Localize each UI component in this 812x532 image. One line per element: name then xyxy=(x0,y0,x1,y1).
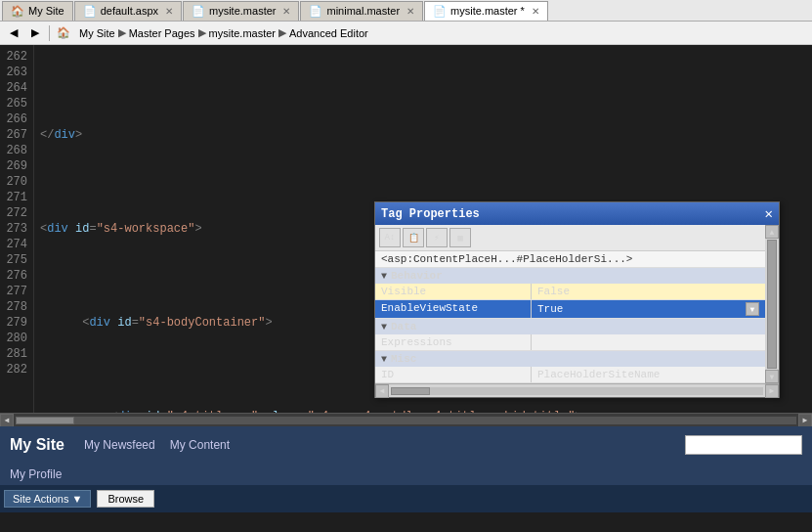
expressions-prop-value xyxy=(532,334,765,350)
tab-close-icon[interactable]: ✕ xyxy=(165,6,173,17)
site-actions-arrow-icon: ▼ xyxy=(71,493,82,505)
site-name: My Site xyxy=(10,436,64,454)
breadcrumb-item[interactable]: Advanced Editor xyxy=(289,27,368,39)
collapse-icon[interactable]: ▼ xyxy=(381,354,387,365)
tab-minimal-master[interactable]: 📄 minimal.master ✕ xyxy=(300,1,423,21)
misc-label: Misc xyxy=(391,353,416,365)
breadcrumb-item[interactable]: Master Pages xyxy=(129,27,195,39)
sharepoint-bar: My Site My Newsfeed My Content My Profil… xyxy=(0,426,812,512)
separator xyxy=(49,25,50,41)
h-scroll-thumb[interactable] xyxy=(391,387,430,395)
dialog-close-button[interactable]: ✕ xyxy=(765,205,773,222)
dialog-vertical-scrollbar[interactable]: ▲ ▼ xyxy=(765,225,779,383)
element-path: <asp:ContentPlaceH...#PlaceHolderSi...> xyxy=(375,251,779,268)
file-icon: 📄 xyxy=(192,5,205,18)
sort-alpha-button[interactable]: A↕ xyxy=(379,228,401,247)
behavior-section-header[interactable]: ▼ Behavior xyxy=(375,268,765,284)
scroll-left-button[interactable]: ◀ xyxy=(0,414,14,427)
sort-cat-button[interactable]: 📋 xyxy=(403,228,424,247)
home-icon: 🏠 xyxy=(11,5,24,18)
tab-default-aspx[interactable]: 📄 default.aspx ✕ xyxy=(74,1,182,21)
site-actions-button[interactable]: Site Actions ▼ xyxy=(4,490,91,508)
tab-label: default.aspx xyxy=(101,5,158,17)
h-scroll-track[interactable] xyxy=(391,387,763,395)
scroll-up-button[interactable]: ▲ xyxy=(765,225,779,239)
nav-links: My Newsfeed My Content xyxy=(84,438,230,452)
tab-bar: 🏠 My Site 📄 default.aspx ✕ 📄 mysite.mast… xyxy=(0,0,812,22)
nav-link-content[interactable]: My Content xyxy=(170,438,230,452)
scroll-right-button[interactable]: ▶ xyxy=(798,414,812,427)
toolbar: ◀ ▶ 🏠 My Site ▶ Master Pages ▶ mysite.ma… xyxy=(0,22,812,45)
code-line xyxy=(40,80,806,96)
visible-prop-name: Visible xyxy=(375,284,532,299)
misc-section-header[interactable]: ▼ Misc xyxy=(375,351,765,367)
tab-mysite-master-active[interactable]: 📄 mysite.master * ✕ xyxy=(424,1,548,21)
tab-close-icon[interactable]: ✕ xyxy=(532,6,539,17)
file-icon: 📄 xyxy=(309,5,322,18)
home-button[interactable]: 🏠 xyxy=(54,23,73,43)
enableviewstate-property-row[interactable]: EnableViewState True ▼ xyxy=(375,300,765,319)
horizontal-scrollbar[interactable]: ◀ ▶ xyxy=(0,413,812,426)
file-icon: 📄 xyxy=(433,5,447,18)
tab-mysite-master[interactable]: 📄 mysite.master ✕ xyxy=(183,1,299,21)
site-actions-label: Site Actions xyxy=(13,493,68,505)
search-area xyxy=(685,435,802,455)
main-area: 262 263 264 265 266 267 268 269 270 271 … xyxy=(0,45,812,512)
data-section-header[interactable]: ▼ Data xyxy=(375,319,765,334)
expressions-property-row[interactable]: Expressions xyxy=(375,334,765,351)
id-property-row[interactable]: ID PlaceHolderSiteName xyxy=(375,367,765,383)
breadcrumb-separator: ▶ xyxy=(118,26,126,39)
scroll-thumb[interactable] xyxy=(767,240,777,369)
enableviewstate-prop-name: EnableViewState xyxy=(375,300,532,318)
code-line: </div> xyxy=(40,127,806,143)
nav-link-profile[interactable]: My Profile xyxy=(10,467,62,481)
nav-link-newsfeed[interactable]: My Newsfeed xyxy=(84,438,155,452)
scroll-right-button[interactable]: ▶ xyxy=(765,384,779,398)
sp-bottom-bar: Site Actions ▼ Browse xyxy=(0,485,812,512)
breadcrumb-item[interactable]: My Site xyxy=(79,27,115,39)
scroll-track[interactable] xyxy=(16,417,796,424)
dialog-titlebar: Tag Properties ✕ xyxy=(375,202,779,225)
dialog-toolbar: A↕ 📋 ⚡ ▦ xyxy=(375,225,779,251)
tab-my-site[interactable]: 🏠 My Site xyxy=(2,1,73,21)
expressions-prop-name: Expressions xyxy=(375,334,532,350)
id-prop-name: ID xyxy=(375,367,532,382)
sub-navigation: My Profile xyxy=(0,464,812,485)
file-icon: 📄 xyxy=(83,5,97,18)
enableviewstate-prop-value: True ▼ xyxy=(532,300,765,318)
collapse-icon[interactable]: ▼ xyxy=(381,322,387,332)
visible-prop-value: False xyxy=(532,284,765,299)
breadcrumb-separator: ▶ xyxy=(198,26,206,39)
tag-properties-dialog: Tag Properties ✕ A↕ 📋 ⚡ ▦ <asp:ContentPl… xyxy=(374,201,780,398)
behavior-label: Behavior xyxy=(391,270,443,282)
tab-close-icon[interactable]: ✕ xyxy=(282,6,290,17)
sp-navigation: My Site My Newsfeed My Content xyxy=(0,426,812,464)
data-label: Data xyxy=(391,321,416,332)
breadcrumb-item[interactable]: mysite.master xyxy=(209,27,276,39)
browse-button[interactable]: Browse xyxy=(97,490,154,508)
scroll-thumb[interactable] xyxy=(16,417,74,424)
tab-label: mysite.master xyxy=(209,5,276,17)
dialog-horizontal-scrollbar[interactable]: ◀ ▶ xyxy=(375,383,779,397)
line-numbers: 262 263 264 265 266 267 268 269 270 271 … xyxy=(0,45,34,426)
forward-button[interactable]: ▶ xyxy=(25,23,45,43)
id-prop-value: PlaceHolderSiteName xyxy=(532,367,765,382)
dialog-title: Tag Properties xyxy=(381,207,480,221)
breadcrumb-separator: ▶ xyxy=(278,26,286,39)
browse-label: Browse xyxy=(107,493,144,505)
tab-label: My Site xyxy=(28,5,64,17)
search-input[interactable] xyxy=(685,435,802,455)
dropdown-button[interactable]: ▼ xyxy=(746,302,759,316)
scroll-left-button[interactable]: ◀ xyxy=(375,384,389,398)
scroll-down-button[interactable]: ▼ xyxy=(765,370,779,383)
back-button[interactable]: ◀ xyxy=(4,23,23,43)
code-line xyxy=(40,174,806,190)
collapse-icon[interactable]: ▼ xyxy=(381,271,387,282)
visible-property-row[interactable]: Visible False xyxy=(375,284,765,300)
tab-label: minimal.master xyxy=(326,5,400,17)
editor-area[interactable]: 262 263 264 265 266 267 268 269 270 271 … xyxy=(0,45,812,426)
tab-close-icon[interactable]: ✕ xyxy=(406,6,414,17)
dialog-properties-area: ▼ Behavior Visible False EnableViewState… xyxy=(375,268,779,383)
template-button[interactable]: ▦ xyxy=(449,228,471,247)
events-button[interactable]: ⚡ xyxy=(426,228,448,247)
